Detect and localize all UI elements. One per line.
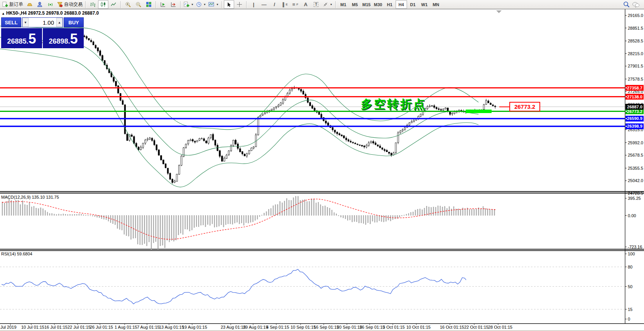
svg-text:0.00: 0.00 xyxy=(628,213,636,218)
volume-decrease-button[interactable]: ▼ xyxy=(22,18,29,27)
chart-title-text: HK50-,H4 26972.5 26978.0 26883.0 26887.0 xyxy=(6,10,99,16)
svg-text:1 Aug 01:15: 1 Aug 01:15 xyxy=(115,325,137,329)
svg-text:28215.0: 28215.0 xyxy=(628,51,643,56)
time-axis[interactable]: Jul 201910 Jul 01:1516 Jul 01:1522 Jul 0… xyxy=(0,324,512,329)
svg-text:26 Sep 01:15: 26 Sep 01:15 xyxy=(360,325,385,329)
svg-text:10 Sep 01:15: 10 Sep 01:15 xyxy=(291,325,316,329)
svg-text:26398.9: 26398.9 xyxy=(627,124,642,128)
svg-text:10 Oct 01:15: 10 Oct 01:15 xyxy=(406,325,431,329)
svg-text:28528.5: 28528.5 xyxy=(628,39,643,43)
chart-canvas[interactable]: 29165.028851.528528.528215.027901.527578… xyxy=(0,0,644,331)
collapse-panel-icon[interactable]: ▲ xyxy=(2,12,5,15)
svg-text:29165.0: 29165.0 xyxy=(628,13,643,18)
price-axis[interactable]: 29165.028851.528528.528215.027901.527578… xyxy=(625,13,643,321)
svg-text:26 Jul 01:15: 26 Jul 01:15 xyxy=(90,325,113,329)
svg-text:3 Oct 01:15: 3 Oct 01:15 xyxy=(383,325,405,329)
ask-price-pips: 5 xyxy=(70,31,78,47)
chart-text-annotation[interactable]: 多空转折点 xyxy=(361,96,426,112)
one-click-trading-panel: SELL ▼ ▲ BUY 26885.5 26898.5 xyxy=(1,17,84,48)
buy-button[interactable]: BUY xyxy=(64,17,84,27)
ask-price-main: 26898. xyxy=(49,34,70,48)
svg-text:19 Aug 01:15: 19 Aug 01:15 xyxy=(182,325,207,329)
main-price-pane[interactable] xyxy=(0,10,625,187)
svg-text:25678.5: 25678.5 xyxy=(628,153,643,157)
svg-text:7 Aug 01:15: 7 Aug 01:15 xyxy=(137,325,160,329)
svg-text:100: 100 xyxy=(628,252,635,256)
svg-text:26773.2: 26773.2 xyxy=(627,109,642,114)
svg-text:4 Sep 01:15: 4 Sep 01:15 xyxy=(266,325,289,329)
svg-text:15: 15 xyxy=(628,307,632,312)
bid-price-pips: 5 xyxy=(29,31,36,47)
rsi-indicator-label: RSI(14) 59.6804 xyxy=(1,252,32,256)
volume-stepper: ▼ ▲ xyxy=(22,17,63,27)
svg-text:Jul 2019: Jul 2019 xyxy=(0,325,17,329)
svg-text:0: 0 xyxy=(628,317,630,321)
price-label-box[interactable]: 26773.2 xyxy=(509,102,540,111)
mt4-window: 新订单 自动交易 xyxy=(0,0,644,331)
bid-price-display: 26885.5 xyxy=(1,28,42,48)
bid-price-main: 26885. xyxy=(7,34,28,48)
svg-text:26590.9: 26590.9 xyxy=(627,116,642,121)
svg-text:25042.0: 25042.0 xyxy=(628,178,643,183)
volume-increase-button[interactable]: ▲ xyxy=(56,18,63,27)
price-label-pointer xyxy=(499,106,509,107)
svg-text:16 Sep 01:15: 16 Sep 01:15 xyxy=(314,325,339,329)
svg-text:27578.5: 27578.5 xyxy=(628,77,643,81)
rsi-pane[interactable] xyxy=(0,267,625,309)
svg-text:24728.5: 24728.5 xyxy=(628,191,643,196)
svg-text:26887.0: 26887.0 xyxy=(627,105,642,109)
chart-shift-marker[interactable] xyxy=(496,10,502,13)
svg-text:28851.5: 28851.5 xyxy=(628,26,643,30)
svg-text:28 Oct 01:15: 28 Oct 01:15 xyxy=(488,325,512,329)
svg-text:23 Aug 01:15: 23 Aug 01:15 xyxy=(221,325,246,329)
macd-indicator-label: MACD(12,26,9) 135.10 131.75 xyxy=(1,195,59,199)
sell-button[interactable]: SELL xyxy=(1,17,21,27)
svg-text:27358.7: 27358.7 xyxy=(627,86,642,90)
svg-text:80: 80 xyxy=(628,265,632,269)
volume-input[interactable] xyxy=(29,18,56,27)
svg-text:27138.0: 27138.0 xyxy=(627,95,642,99)
macd-pane[interactable] xyxy=(2,196,496,250)
svg-text:22 Oct 01:15: 22 Oct 01:15 xyxy=(464,325,488,329)
svg-text:395.25: 395.25 xyxy=(628,196,641,201)
highlight-segment xyxy=(466,110,492,113)
svg-text:25355.5: 25355.5 xyxy=(628,166,643,171)
ask-price-display: 26898.5 xyxy=(43,28,84,48)
chart-title: ▲HK50-,H4 26972.5 26978.0 26883.0 26887.… xyxy=(2,10,99,16)
svg-text:27901.5: 27901.5 xyxy=(628,64,643,68)
svg-text:-723.16: -723.16 xyxy=(628,245,642,249)
svg-text:13 Aug 01:15: 13 Aug 01:15 xyxy=(159,325,184,329)
svg-text:50: 50 xyxy=(628,284,632,289)
svg-text:10 Jul 01:15: 10 Jul 01:15 xyxy=(21,325,44,329)
svg-text:25992.0: 25992.0 xyxy=(628,140,643,145)
svg-text:29 Aug 01:15: 29 Aug 01:15 xyxy=(243,325,268,329)
svg-text:16 Oct 01:15: 16 Oct 01:15 xyxy=(440,325,464,329)
svg-text:16 Jul 01:15: 16 Jul 01:15 xyxy=(44,325,68,329)
svg-text:20 Sep 01:15: 20 Sep 01:15 xyxy=(337,325,362,329)
svg-text:22 Jul 01:15: 22 Jul 01:15 xyxy=(68,325,91,329)
